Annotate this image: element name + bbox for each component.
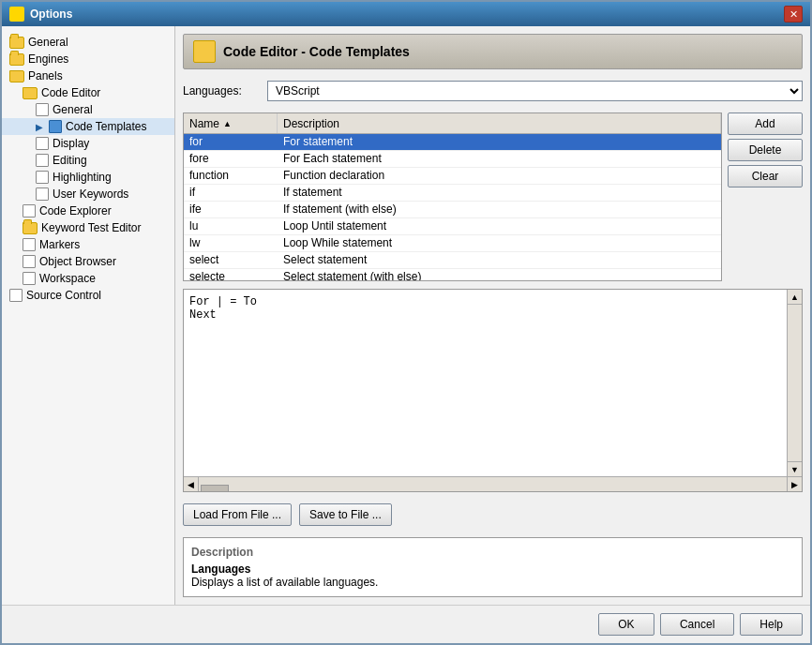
delete-button[interactable]: Delete [728,139,803,161]
sidebar-item-highlighting[interactable]: Highlighting [2,169,174,186]
cell-desc: For Each statement [278,151,721,167]
clear-button[interactable]: Clear [728,165,803,188]
table-row[interactable]: lw Loop While statement [184,235,721,252]
cell-name: lu [184,218,278,234]
page-icon [23,238,36,251]
table-row[interactable]: for For statement [184,134,721,151]
table-row[interactable]: lu Loop Until statement [184,218,721,235]
sidebar-item-label: General [53,103,93,116]
window-title: Options [30,8,72,21]
titlebar-left: Options [9,7,72,22]
folder-open-icon [9,70,24,82]
main-panel: Code Editor - Code Templates Languages: … [175,26,810,605]
table-row[interactable]: selecte Select statement (with else) [184,269,721,280]
sidebar-item-display[interactable]: Display [2,135,174,152]
sidebar-item-workspace[interactable]: Workspace [2,270,174,287]
scroll-up-btn[interactable]: ▲ [788,290,802,305]
cancel-button[interactable]: Cancel [660,613,734,636]
desc-section-label: Description [191,546,794,559]
code-row: For | = To Next ▲ ▼ [184,290,802,476]
panel-title: Code Editor - Code Templates [223,44,410,59]
table-row[interactable]: if If statement [184,185,721,202]
sidebar-item-label: General [28,36,68,49]
sidebar-item-engines[interactable]: Engines [2,51,174,68]
sidebar-item-general[interactable]: General [2,34,174,51]
sidebar-item-label: Source Control [26,289,101,302]
language-select[interactable]: VBScript JavaScript Python Delphi C++Scr… [267,81,803,101]
sidebar-item-label: Code Explorer [39,204,112,218]
options-window: Options ✕ General Engines Panels [0,0,812,645]
desc-text: Displays a list of available languages. [191,576,794,589]
page-icon [36,137,49,150]
titlebar: Options ✕ [2,2,810,26]
scroll-right-btn[interactable]: ▶ [787,477,802,492]
save-to-file-button[interactable]: Save to File ... [299,503,392,526]
page-icon [36,188,49,201]
load-from-file-button[interactable]: Load From File ... [183,503,292,526]
folder-open-icon [23,87,38,99]
help-button[interactable]: Help [740,613,803,636]
scroll-down-btn[interactable]: ▼ [788,461,802,476]
desc-key: Languages [191,562,794,576]
sidebar-item-keyword-test-editor[interactable]: Keyword Test Editor [2,219,174,236]
content-area: General Engines Panels Code Editor Gener… [2,26,810,605]
sidebar-item-label: Highlighting [53,171,112,184]
sidebar-item-object-browser[interactable]: Object Browser [2,253,174,270]
sidebar-item-label: Panels [28,69,63,82]
folder-icon [9,37,24,49]
folder-icon [9,53,24,66]
sidebar-item-panels[interactable]: Panels [2,68,174,84]
sidebar-item-label: Keyword Test Editor [41,221,142,234]
sidebar-item-code-editor[interactable]: Code Editor [2,84,174,101]
cell-name: ife [184,202,278,218]
code-scrollbar-v[interactable]: ▲ ▼ [787,290,802,476]
ok-button[interactable]: OK [598,613,654,636]
scroll-h-thumb[interactable] [201,485,229,493]
page-icon [36,154,49,167]
language-label: Languages: [183,84,258,98]
add-button[interactable]: Add [728,112,803,135]
panel-header-icon [193,40,216,63]
table-body: for For statement fore For Each statemen… [184,134,721,280]
close-button[interactable]: ✕ [784,6,803,22]
col-header-name[interactable]: Name ▲ [184,113,278,133]
sidebar-item-editing[interactable]: Editing [2,152,174,169]
cell-desc: Function declaration [278,168,721,184]
sidebar-item-label: User Keywords [53,188,128,201]
table-row[interactable]: fore For Each statement [184,151,721,168]
page-icon [23,255,36,268]
code-line-2: Next [189,308,781,322]
col-header-description[interactable]: Description [278,113,721,133]
desc-key-text: Languages [191,562,250,576]
sidebar-item-label: Code Templates [66,120,147,133]
table-button-col: Add Delete Clear [728,112,803,281]
cell-desc: Select statement (with else) [278,269,721,280]
arrow-icon: ▶ [36,122,43,132]
scroll-track [788,305,802,461]
sidebar-item-user-keywords[interactable]: User Keywords [2,186,174,202]
description-section: Description Languages Displays a list of… [183,537,803,597]
cell-desc: If statement [278,185,721,201]
table-row[interactable]: ife If statement (with else) [184,202,721,218]
footer: OK Cancel Help [2,605,810,643]
table-row[interactable]: select Select statement [184,252,721,269]
cell-name: for [184,134,278,150]
sidebar-item-label: Editing [53,154,87,167]
table-row[interactable]: function Function declaration [184,168,721,185]
page-icon [23,204,36,218]
template-table-section: Name ▲ Description for For statement [183,112,803,281]
cell-desc: Loop Until statement [278,218,721,234]
sidebar-item-code-templates[interactable]: ▶ Code Templates [2,118,174,135]
table-header: Name ▲ Description [184,113,721,134]
cell-name: if [184,185,278,201]
page-icon [23,272,36,285]
sidebar-item-source-control[interactable]: Source Control [2,287,174,304]
code-scrollbar-h[interactable]: ◀ ▶ [184,476,802,491]
sidebar-item-code-explorer[interactable]: Code Explorer [2,202,174,219]
scroll-left-btn[interactable]: ◀ [184,477,199,492]
sidebar-item-label: Code Editor [41,86,100,99]
sidebar-item-markers[interactable]: Markers [2,236,174,253]
sidebar-item-general2[interactable]: General [2,101,174,118]
cell-name: lw [184,235,278,251]
code-content[interactable]: For | = To Next [184,290,787,476]
